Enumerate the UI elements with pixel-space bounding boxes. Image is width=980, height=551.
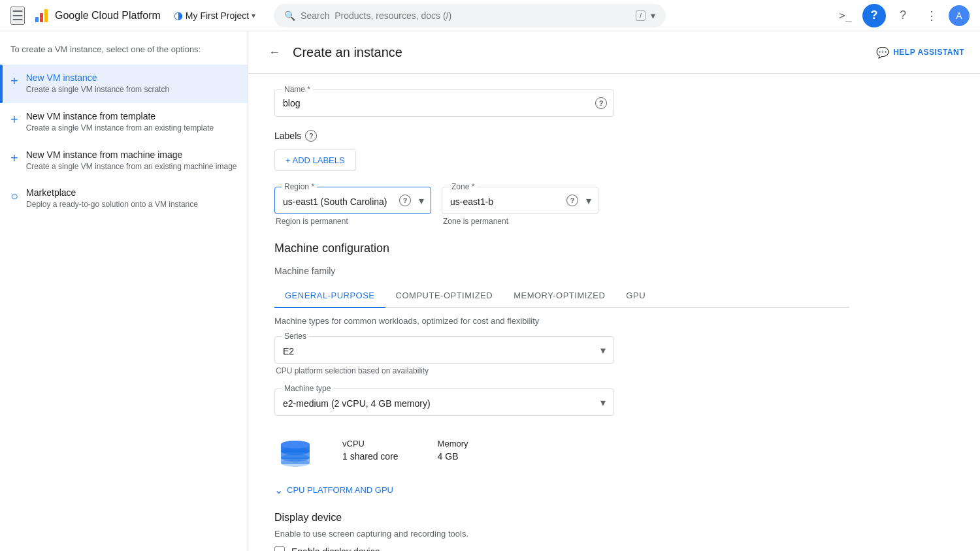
sidebar-item-new-vm[interactable]: + New VM instance Create a single VM ins… — [0, 65, 248, 103]
search-input[interactable] — [301, 10, 630, 21]
svg-rect-0 — [35, 17, 39, 22]
help-assistant-icon: 💬 — [876, 46, 890, 59]
chevron-down-icon: ▾ — [651, 10, 655, 21]
search-bar: 🔍 / ▾ — [274, 4, 666, 27]
sidebar-item-new-vm-template[interactable]: + New VM instance from template Create a… — [0, 103, 248, 142]
more-options-button[interactable]: ⋮ — [920, 4, 943, 27]
hamburger-menu-button[interactable]: ☰ — [10, 7, 25, 25]
machine-family-tabs: GENERAL-PURPOSE COMPUTE-OPTIMIZED MEMORY… — [274, 284, 849, 308]
labels-title: Labels ? — [274, 130, 849, 142]
labels-section: Labels ? + ADD LABELS — [274, 130, 849, 171]
name-input-wrapper: Name * ? — [274, 89, 614, 117]
page-title: Create an instance — [293, 45, 402, 60]
back-button[interactable]: ← — [264, 42, 285, 63]
sidebar-item-marketplace[interactable]: ○ Marketplace Deploy a ready-to-go solut… — [0, 180, 248, 218]
name-help-icon[interactable]: ? — [595, 97, 607, 109]
vcpu-label: vCPU — [342, 439, 399, 449]
project-selector[interactable]: ◑ My First Project ▾ — [174, 9, 255, 22]
page-header: ← Create an instance 💬 HELP ASSISTANT — [248, 31, 980, 74]
region-help-icon[interactable]: ? — [399, 195, 411, 206]
sidebar-item-marketplace-title: Marketplace — [26, 187, 237, 198]
add-labels-button[interactable]: + ADD LABELS — [274, 150, 356, 171]
tab-memory-optimized[interactable]: MEMORY-OPTIMIZED — [503, 284, 615, 308]
series-note: CPU platform selection based on availabi… — [274, 366, 849, 375]
name-field: Name * ? — [274, 89, 849, 117]
machine-type-select[interactable]: e2-medium (2 vCPU, 4 GB memory) e2-micro… — [275, 389, 613, 415]
search-slash-hint: / — [636, 10, 645, 21]
name-label: Name * — [282, 85, 313, 94]
add-icon: + — [10, 151, 18, 166]
display-device-desc: Enable to use screen capturing and recor… — [274, 529, 849, 539]
enable-display-row: Enable display device — [274, 546, 849, 551]
memory-label: Memory — [438, 439, 468, 449]
add-icon: + — [10, 112, 18, 127]
display-device-title: Display device — [274, 512, 849, 524]
enable-display-checkbox[interactable] — [274, 546, 285, 551]
chevron-down-icon: ▾ — [252, 11, 255, 20]
memory-value: 4 GB — [438, 451, 468, 462]
help-icon: ? — [900, 8, 906, 22]
machine-specs: vCPU 1 shared core Memory 4 GB — [342, 439, 468, 462]
svg-rect-2 — [44, 9, 48, 22]
main-layout: To create a VM instance, select one of t… — [0, 31, 980, 551]
more-options-icon: ⋮ — [926, 8, 938, 23]
tab-general-purpose[interactable]: GENERAL-PURPOSE — [274, 284, 385, 308]
sidebar-item-marketplace-desc: Deploy a ready-to-go solution onto a VM … — [26, 199, 237, 210]
marketplace-icon: ○ — [10, 189, 18, 204]
sidebar-item-image-title: New VM instance from machine image — [26, 150, 237, 160]
help-button[interactable]: ? — [891, 4, 915, 27]
gcp-logo[interactable]: Google Cloud Platform — [33, 7, 161, 25]
cloud-shell-button[interactable]: >_ — [834, 4, 857, 27]
sidebar: To create a VM instance, select one of t… — [0, 31, 248, 551]
avatar[interactable]: A — [949, 5, 970, 26]
cpu-platform-label: CPU PLATFORM AND GPU — [287, 485, 393, 495]
series-label: Series — [282, 332, 309, 341]
help-assistant-label: HELP ASSISTANT — [893, 48, 964, 57]
region-label: Region * — [282, 182, 317, 191]
help-assistant-button[interactable]: 💬 HELP ASSISTANT — [876, 46, 964, 59]
add-labels-text: + ADD LABELS — [286, 155, 345, 165]
cpu-platform-expand-button[interactable]: ⌄ CPU PLATFORM AND GPU — [274, 484, 393, 496]
main-content: ← Create an instance 💬 HELP ASSISTANT Na… — [248, 31, 980, 551]
form-content: Name * ? Labels ? + ADD LABELS — [248, 74, 875, 551]
display-device-section: Display device Enable to use screen capt… — [274, 512, 849, 551]
memory-spec: Memory 4 GB — [438, 439, 468, 462]
machine-family-desc: Machine types for common workloads, opti… — [274, 316, 849, 326]
tab-gpu[interactable]: GPU — [615, 284, 656, 308]
support-button[interactable]: ? — [862, 4, 886, 27]
nav-icons: >_ ? ? ⋮ A — [834, 4, 970, 27]
labels-help-icon[interactable]: ? — [305, 130, 317, 142]
vcpu-spec: vCPU 1 shared core — [342, 439, 399, 462]
region-select-wrapper: Region * us-east1 (South Carolina) ? ▾ — [274, 187, 431, 214]
region-zone-row: Region * us-east1 (South Carolina) ? ▾ R… — [274, 187, 849, 226]
region-note: Region is permanent — [274, 217, 431, 226]
machine-config-title: Machine configuration — [274, 242, 849, 255]
sidebar-intro: To create a VM instance, select one of t… — [0, 44, 248, 65]
svg-rect-1 — [40, 13, 43, 22]
project-icon: ◑ — [174, 9, 183, 22]
machine-type-label: Machine type — [282, 384, 333, 393]
series-select-wrapper: Series E2 N1 N2 N2D ▾ — [274, 336, 614, 364]
tab-compute-optimized[interactable]: COMPUTE-OPTIMIZED — [385, 284, 504, 308]
zone-field: Zone * us-east1-b ? ▾ Zone is permanent — [442, 187, 598, 226]
gcp-logo-text: Google Cloud Platform — [55, 10, 161, 22]
top-nav: ☰ Google Cloud Platform ◑ My First Proje… — [0, 0, 980, 31]
chevron-down-icon: ⌄ — [274, 484, 283, 496]
zone-label: Zone * — [449, 182, 477, 191]
sidebar-item-new-vm-title: New VM instance — [26, 72, 237, 83]
gcp-logo-icon — [33, 7, 51, 25]
add-icon: + — [10, 74, 18, 89]
machine-icon — [274, 429, 316, 471]
zone-note: Zone is permanent — [442, 217, 598, 226]
project-name: My First Project — [186, 10, 249, 21]
enable-display-label[interactable]: Enable display device — [291, 546, 380, 551]
sidebar-item-template-title: New VM instance from template — [26, 111, 237, 121]
zone-select-wrapper: Zone * us-east1-b ? ▾ — [442, 187, 598, 214]
name-input[interactable] — [283, 98, 587, 108]
sidebar-item-image-desc: Create a single VM instance from an exis… — [26, 161, 237, 172]
sidebar-item-new-vm-image[interactable]: + New VM instance from machine image Cre… — [0, 142, 248, 180]
sidebar-item-new-vm-desc: Create a single VM instance from scratch — [26, 84, 237, 95]
series-select[interactable]: E2 N1 N2 N2D — [275, 337, 613, 363]
machine-family-label: Machine family — [274, 266, 849, 276]
zone-help-icon[interactable]: ? — [566, 195, 578, 206]
